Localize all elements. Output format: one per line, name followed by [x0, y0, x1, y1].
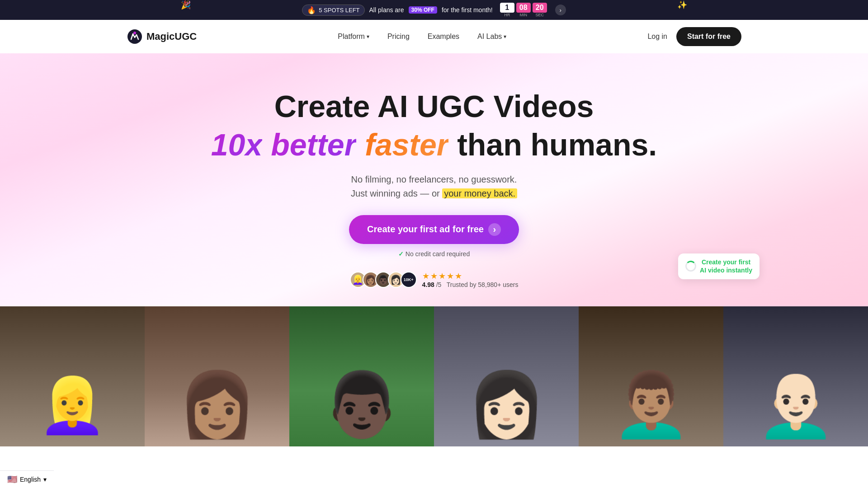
video-card-3[interactable]: 👨🏿: [289, 306, 434, 446]
face-placeholder-4: 👩🏻: [434, 306, 579, 446]
countdown-timer: 1 HR 08 MIN 20 SEC: [500, 3, 547, 17]
no-cc-label: No credit card required: [406, 250, 470, 258]
nav-ailabs-link[interactable]: AI Labs ▾: [477, 33, 506, 41]
video-card-5[interactable]: 👨🏽‍🦱: [579, 306, 723, 446]
fire-icon: 🔥: [307, 6, 316, 14]
hero-money-back: your money back.: [442, 188, 517, 198]
nav-platform-label: Platform: [338, 33, 365, 41]
nav-examples-label: Examples: [428, 33, 459, 41]
main-nav: MagicUGC Platform ▾ Pricing Examples AI …: [0, 20, 868, 53]
hero-section: Create AI UGC Videos 10x better faster t…: [0, 53, 868, 306]
login-button[interactable]: Log in: [647, 33, 667, 41]
hours-value: 1: [500, 3, 514, 13]
language-flag: 🇺🇸: [7, 474, 17, 484]
rating-number: 4.98: [422, 281, 434, 288]
svg-point-1: [133, 32, 136, 34]
hero-desc1: No filming, no freelancers, no guesswork…: [9, 174, 859, 185]
spots-text: 5 SPOTS LEFT: [319, 7, 359, 14]
video-card-6[interactable]: 👨🏻‍🦲: [723, 306, 868, 446]
tooltip-line2: AI video instantly: [700, 266, 752, 274]
cta-label: Create your first ad for free: [367, 224, 484, 235]
face-placeholder-3: 👨🏿: [289, 306, 434, 446]
minutes-unit: 08 MIN: [516, 3, 531, 17]
logo-text: MagicUGC: [146, 31, 197, 42]
language-chevron-icon: ▾: [43, 476, 47, 483]
rating-denom: /5: [436, 281, 442, 288]
no-credit-card-text: ✓ No credit card required: [398, 250, 470, 258]
avatar-count-badge: 10K+: [401, 272, 417, 288]
hero-desc2-prefix: Just winning ads — or: [351, 188, 440, 198]
tooltip-line1: Create your first: [700, 258, 752, 266]
platform-chevron-icon: ▾: [367, 33, 369, 40]
spots-badge: 🔥 5 SPOTS LEFT: [302, 5, 364, 16]
face-placeholder-2: 👩🏽: [145, 306, 289, 446]
video-card-1[interactable]: 👱‍♀️: [0, 306, 145, 446]
face-placeholder-1: 👱‍♀️: [0, 306, 145, 446]
nav-pricing-label: Pricing: [387, 33, 410, 41]
seconds-value: 20: [533, 3, 547, 13]
minutes-value: 08: [516, 3, 531, 13]
face-placeholder-6: 👨🏻‍🦲: [723, 306, 868, 446]
hero-10x: 10x: [211, 127, 262, 162]
hero-better-word: better: [271, 127, 356, 162]
nav-platform-link[interactable]: Platform ▾: [338, 33, 369, 41]
top-banner: 🎉 🔥 5 SPOTS LEFT All plans are 30% OFF f…: [0, 0, 868, 20]
hero-faster-word: faster: [365, 127, 448, 162]
video-gallery: 👱‍♀️ 👩🏽 👨🏿 👩🏻 👨🏽‍🦱 👨🏻‍🦲: [0, 306, 868, 446]
confetti-right: ✨: [677, 0, 687, 10]
seconds-unit: 20 SEC: [533, 3, 547, 17]
logo-link[interactable]: MagicUGC: [127, 28, 197, 45]
promo-text2: for the first month!: [442, 6, 493, 14]
nav-examples-link[interactable]: Examples: [428, 33, 459, 41]
promo-text: All plans are: [369, 6, 404, 14]
language-bar[interactable]: 🇺🇸 English ▾: [0, 470, 54, 488]
confetti-left: 🎉: [181, 0, 191, 10]
ailabs-chevron-icon: ▾: [504, 33, 506, 40]
language-label: English: [20, 476, 41, 483]
trusted-text: Trusted by 58,980+ users: [447, 281, 519, 288]
floating-tooltip: Create your first AI video instantly: [678, 253, 760, 279]
discount-badge: 30% OFF: [409, 6, 437, 14]
tooltip-text: Create your first AI video instantly: [700, 258, 752, 274]
hero-desc2: Just winning ads — or your money back.: [9, 188, 859, 199]
hours-label: HR: [504, 13, 510, 17]
video-card-4[interactable]: 👩🏻: [434, 306, 579, 446]
nav-pricing-link[interactable]: Pricing: [387, 33, 410, 41]
logo-icon: [127, 28, 143, 45]
cta-button[interactable]: Create your first ad for free ›: [349, 215, 519, 244]
hero-title-line1: Create AI UGC Videos: [9, 89, 859, 123]
check-icon: ✓: [398, 250, 404, 258]
rating-text: 4.98 /5 Trusted by 58,980+ users: [422, 281, 519, 288]
avatar-group: 👱‍♀️ 👩🏽 👨🏿 👩🏻 10K+: [350, 272, 417, 288]
hero-than-humans: than humans.: [457, 127, 657, 162]
nav-links: Platform ▾ Pricing Examples AI Labs ▾: [338, 33, 506, 41]
nav-right: Log in Start for free: [647, 27, 741, 46]
social-proof: 👱‍♀️ 👩🏽 👨🏿 👩🏻 10K+ ★★★★★ 4.98 /5 Trusted…: [350, 271, 519, 288]
star-icons: ★★★★★: [422, 271, 463, 281]
seconds-label: SEC: [536, 13, 544, 17]
nav-ailabs-label: AI Labs: [477, 33, 502, 41]
hours-unit: 1 HR: [500, 3, 514, 17]
banner-arrow-button[interactable]: ›: [555, 5, 566, 15]
cta-arrow-icon: ›: [488, 223, 501, 236]
rating-block: ★★★★★ 4.98 /5 Trusted by 58,980+ users: [422, 271, 519, 288]
hero-subtitle: 10x better faster than humans.: [9, 128, 859, 162]
video-card-2[interactable]: 👩🏽: [145, 306, 289, 446]
minutes-label: MIN: [520, 13, 528, 17]
start-free-button[interactable]: Start for free: [676, 27, 741, 46]
spinner-icon: [685, 261, 696, 272]
face-placeholder-5: 👨🏽‍🦱: [579, 306, 723, 446]
